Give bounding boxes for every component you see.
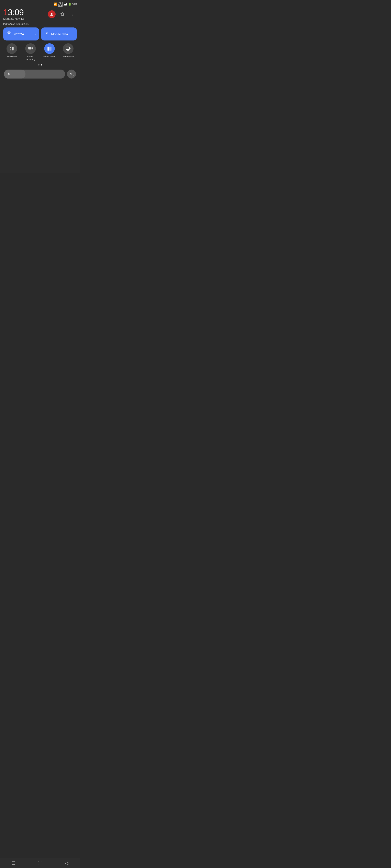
battery-level: 66% [72, 3, 77, 6]
svg-marker-1 [60, 12, 64, 16]
profile-icon [50, 12, 54, 16]
svg-point-5 [9, 34, 9, 35]
clock: 13:09 [3, 8, 24, 17]
volte-icon: YoLTE [58, 2, 63, 6]
status-bar: 📶 YoLTE 🔋 66% [0, 0, 80, 7]
qs-header: 13:09 Monday, Nov 13 [3, 7, 77, 21]
video-enhance-label: Video Enhar [43, 55, 55, 58]
screen-recording-circle[interactable] [25, 43, 36, 54]
svg-rect-12 [50, 46, 52, 51]
screencast-icon [65, 46, 71, 51]
wifi-button-icon [6, 31, 11, 37]
settings-icon [60, 12, 64, 17]
brightness-slider[interactable]: ☀ [4, 69, 65, 79]
date-display: Monday, Nov 13 [3, 17, 24, 20]
time-prefix: 1 [3, 7, 8, 17]
screencast-circle[interactable] [63, 43, 74, 54]
signal-bar-2 [64, 4, 65, 5]
screen-recording-toggle[interactable]: Screenrecording [22, 43, 39, 61]
more-button[interactable] [69, 10, 77, 18]
svg-point-0 [51, 13, 53, 14]
wifi-chevron-icon: › [35, 32, 36, 36]
notification-banner: ing today: 100.00 GB. [3, 22, 77, 27]
phone-screen: 📶 YoLTE 🔋 66% 13:09 [0, 0, 80, 173]
signal-bar-1 [63, 5, 64, 5]
mobile-data-button[interactable]: Mobile data [41, 27, 77, 40]
time-display: 13:09 Monday, Nov 13 [3, 8, 24, 20]
screencast-label: Screencast [62, 55, 74, 58]
more-icon [71, 12, 75, 17]
svg-rect-7 [10, 49, 11, 51]
svg-point-4 [73, 15, 73, 16]
svg-rect-9 [29, 47, 32, 50]
signal-bar-5 [67, 3, 67, 5]
qs-action-icons [48, 10, 77, 18]
toggle-row: Zen Mode Screenrecording [3, 43, 77, 61]
svg-rect-8 [12, 47, 13, 50]
brightness-row: ☀ ☀A [3, 69, 77, 79]
svg-point-2 [73, 12, 73, 13]
svg-rect-13 [66, 47, 69, 50]
brightness-auto-icon: ☀A [69, 72, 74, 76]
brightness-icon: ☀ [7, 72, 10, 76]
wifi-status-icon: 📶 [54, 2, 57, 6]
signal-bars [63, 3, 67, 5]
video-enhance-circle[interactable] [44, 43, 55, 54]
screen-recording-icon [28, 46, 33, 51]
svg-rect-6 [10, 47, 11, 49]
battery: 🔋 66% [68, 3, 77, 6]
dot-1 [38, 64, 39, 65]
video-enhance-toggle[interactable]: Video Enhar [41, 43, 58, 61]
profile-button[interactable] [48, 10, 56, 18]
battery-icon: 🔋 [68, 3, 72, 6]
connectivity-row: NEERA › Mobile data [3, 27, 77, 40]
quick-settings-panel: 13:09 Monday, Nov 13 [0, 7, 80, 79]
zen-mode-label: Zen Mode [7, 55, 17, 58]
zen-mode-icon [9, 46, 15, 51]
svg-rect-11 [48, 46, 50, 51]
signal-bar-3 [65, 4, 66, 5]
wifi-label: NEERA [13, 32, 33, 36]
svg-point-3 [73, 14, 73, 14]
video-enhance-icon [47, 46, 52, 51]
status-icons: 📶 YoLTE 🔋 66% [54, 2, 77, 6]
mobile-data-icon [45, 31, 49, 37]
brightness-auto-button[interactable]: ☀A [67, 69, 76, 79]
page-dots [3, 64, 77, 65]
zen-mode-toggle[interactable]: Zen Mode [3, 43, 20, 61]
mobile-data-label: Mobile data [51, 32, 74, 36]
time-suffix: 3:09 [8, 7, 24, 17]
signal-bar-4 [66, 3, 66, 5]
dot-2 [41, 64, 42, 65]
screen-recording-label: Screenrecording [26, 55, 35, 61]
svg-marker-10 [32, 48, 33, 50]
svg-point-14 [69, 49, 69, 49]
zen-mode-circle[interactable] [6, 43, 17, 54]
settings-button[interactable] [58, 10, 66, 18]
wifi-button[interactable]: NEERA › [3, 27, 39, 40]
screencast-toggle[interactable]: Screencast [60, 43, 77, 61]
